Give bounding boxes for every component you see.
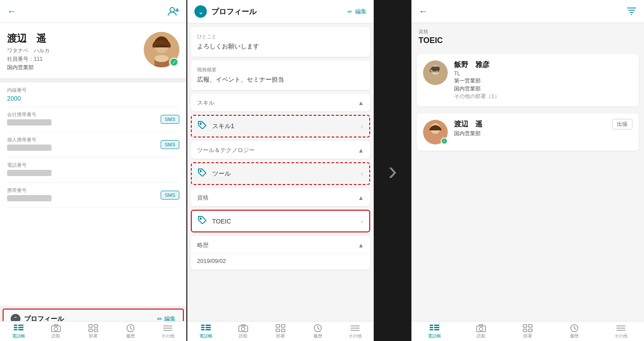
profile-kana: ワタナベ ハルカ [7, 47, 137, 55]
tag-icon-2 [198, 169, 207, 179]
other-icon-3 [616, 324, 626, 332]
nav-phonebook-2[interactable]: 電話帳 [187, 324, 225, 339]
nav-history-3[interactable]: 履歴 [551, 324, 597, 339]
nav-camera-3[interactable]: 読取 [458, 324, 505, 339]
panel2-scroll: ひとこと よろしくお願いします 職務概要 広報、イベント、セミナー担当 スキル … [187, 24, 374, 341]
avatar-image-1 [423, 60, 448, 85]
bottom-nav-1: 電話帳 読取 部署 履歴 [0, 321, 186, 341]
svg-rect-71 [523, 329, 527, 332]
person-dept2-1: 国内営業部 [454, 85, 632, 93]
other-icon-1 [163, 324, 173, 332]
person-info-1: 飯野 雅彦 TL 第一営業部 国内営業部 その他の部署（1） [454, 60, 632, 100]
field-company-mobile: 会社携帯番号 SMS [7, 107, 179, 132]
other-icon-2 [350, 324, 360, 332]
nav-camera-2[interactable]: 読取 [225, 324, 262, 339]
add-contact-icon[interactable] [168, 7, 179, 16]
svg-point-8 [154, 55, 169, 62]
nav-phonebook-3[interactable]: 電話帳 [411, 324, 458, 339]
profile-name: 渡辺 遥 [7, 32, 137, 45]
nav-other-3[interactable]: その他 [597, 324, 644, 339]
skill-item-1[interactable]: スキル1 › [191, 115, 370, 137]
sms-button-1[interactable]: SMS [161, 115, 179, 124]
person-dept1-2: 国内営業部 [454, 130, 606, 137]
panel3-back-button[interactable]: ← [419, 6, 428, 17]
dropdown-icon[interactable]: ⌄ [194, 5, 207, 18]
person-card-1[interactable]: 飯野 雅彦 TL 第一営業部 国内営業部 その他の部署（1） [417, 54, 639, 106]
nav-dept-1[interactable]: 部署 [75, 324, 112, 339]
tool-item-1[interactable]: ツール › [191, 162, 370, 185]
history-section: 略歴 ▲ 2019/09/02 [191, 236, 370, 270]
avatar: ✓ [144, 32, 179, 67]
field-personal-mobile: 個人携帯番号 SMS [7, 132, 179, 157]
shokumu-label: 職務概要 [197, 67, 364, 73]
nav-label-history-2: 履歴 [313, 333, 322, 339]
panel3-filter-button[interactable] [626, 6, 637, 17]
svg-rect-39 [281, 325, 285, 327]
cert-header-info: 資格 TOEIC [411, 23, 644, 51]
sms-button-3[interactable]: SMS [161, 191, 179, 200]
svg-rect-40 [276, 329, 280, 332]
person-role-1: TL [454, 71, 632, 77]
nav-history-1[interactable]: 履歴 [112, 324, 149, 339]
svg-point-26 [200, 123, 201, 125]
sms-button-2[interactable]: SMS [161, 140, 179, 149]
panel-profile: ← 渡辺 遥 ワタナベ ハルカ 社員番号：111 国内営業部 [0, 0, 186, 341]
skills-collapse-icon[interactable]: ▲ [358, 99, 364, 106]
tools-collapse-icon[interactable]: ▲ [358, 147, 364, 154]
person-name-1: 飯野 雅彦 [454, 60, 632, 70]
back-button[interactable]: ← [7, 6, 17, 17]
nav-label-history-3: 履歴 [570, 333, 579, 339]
panel-cert-detail: ← 資格 TOEIC [411, 0, 644, 341]
bottom-nav-3: 電話帳 読取 部署 履歴 [411, 321, 644, 341]
profile-info: 渡辺 遥 ワタナベ ハルカ 社員番号：111 国内営業部 [7, 32, 137, 71]
svg-rect-21 [94, 329, 98, 332]
arrow-separator: › [374, 0, 411, 341]
svg-rect-72 [529, 329, 532, 332]
svg-point-28 [200, 218, 201, 219]
avatar-1 [423, 60, 448, 85]
nav-label-dept-2: 部署 [276, 333, 285, 339]
skills-section: スキル ▲ [191, 94, 370, 111]
hitokoto-text: よろしくお願いします [197, 43, 364, 51]
person-card-2[interactable]: ✓ 渡辺 遥 国内営業部 出張 [417, 114, 639, 151]
nav-phonebook-1[interactable]: 電話帳 [0, 324, 37, 339]
svg-rect-31 [201, 329, 205, 330]
toeic-item[interactable]: TOEIC › [191, 210, 370, 232]
history-icon-2 [313, 324, 322, 332]
nav-label-dept-1: 部署 [89, 333, 98, 339]
verified-badge: ✓ [170, 58, 178, 67]
dept-icon-2 [276, 324, 285, 332]
phone-label: 電話番号 [7, 162, 51, 169]
nav-dept-2[interactable]: 部署 [262, 324, 299, 339]
company-mobile-value [7, 119, 51, 125]
nav-label-phonebook-3: 電話帳 [428, 333, 441, 339]
nav-label-camera-3: 読取 [477, 333, 486, 339]
nav-history-2[interactable]: 履歴 [299, 324, 336, 339]
cert-collapse-icon[interactable]: ▲ [358, 194, 364, 201]
nav-other-2[interactable]: その他 [336, 324, 374, 339]
nav-other-1[interactable]: その他 [149, 324, 186, 339]
nav-label-dept-3: 部署 [523, 333, 532, 339]
toeic-name: TOEIC [212, 218, 361, 225]
field-mobile: 携帯番号 SMS [7, 183, 179, 208]
nav-label-history-1: 履歴 [126, 333, 135, 339]
tag-icon-3 [198, 216, 207, 226]
nav-label-phonebook-1: 電話帳 [12, 333, 25, 339]
svg-rect-12 [18, 325, 24, 326]
mobile-label: 携帯番号 [7, 187, 51, 194]
history-label: 略歴 [197, 241, 209, 249]
person-info-2: 渡辺 遥 国内営業部 [454, 120, 606, 138]
nav-dept-3[interactable]: 部署 [505, 324, 551, 339]
contact-fields: 内線番号 2000 会社携帯番号 SMS 個人携帯番号 SMS 電話番号 [0, 82, 186, 306]
shokumu-text: 広報、イベント、セミナー担当 [197, 76, 364, 84]
extension-value[interactable]: 2000 [7, 95, 27, 102]
history-collapse-icon[interactable]: ▲ [358, 242, 364, 249]
panel2-edit-button[interactable]: ✏ 編集 [348, 8, 367, 16]
nav-camera-1[interactable]: 読取 [37, 324, 75, 339]
filter-icon [626, 6, 637, 15]
camera-icon-2 [238, 324, 248, 332]
svg-point-36 [241, 327, 245, 331]
ryakureki-date: 2019/09/02 [191, 254, 370, 270]
cert-section: 資格 ▲ [191, 188, 370, 206]
skills-section-head: スキル ▲ [191, 94, 370, 111]
